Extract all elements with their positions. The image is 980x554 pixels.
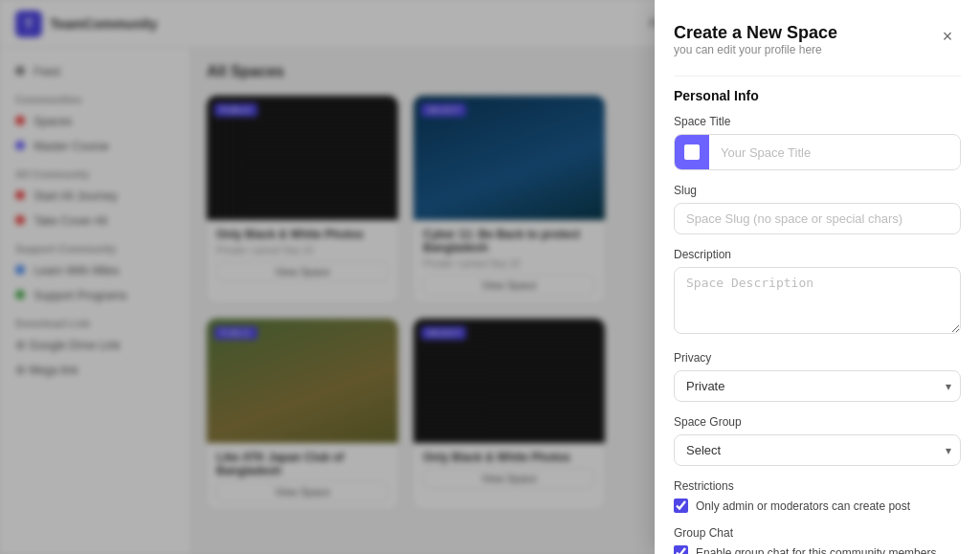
modal-close-button[interactable]: × [934,23,961,50]
slug-group: Slug [674,184,961,234]
group-chat-checkbox-label: Enable group chat for this community mem… [696,546,936,555]
restrictions-group: Restrictions Only admin or moderators ca… [674,479,961,513]
description-textarea[interactable] [674,267,961,334]
modal-header: Create a New Space you can edit your pro… [674,23,961,72]
restrictions-label: Restrictions [674,479,961,493]
restriction-checkbox-label: Only admin or moderators can create post [696,499,910,513]
group-chat-label: Group Chat [674,526,961,540]
restriction-checkbox-row: Only admin or moderators can create post [674,499,961,513]
personal-info-heading: Personal Info [674,88,961,103]
modal-panel: Create a New Space you can edit your pro… [655,0,980,554]
group-chat-checkbox[interactable] [674,545,688,554]
space-group-group: Space Group Select ▾ [674,415,961,466]
space-title-label: Space Title [674,115,961,128]
space-title-input[interactable] [709,138,960,167]
group-chat-checkbox-row: Enable group chat for this community mem… [674,545,961,554]
space-group-select[interactable]: Select [674,434,961,466]
description-label: Description [674,248,961,261]
space-title-group: Space Title [674,115,961,170]
privacy-label: Privacy [674,351,961,365]
privacy-group: Privacy Private Public ▾ [674,351,961,402]
modal-title: Create a New Space [674,23,837,43]
space-title-icon [675,135,709,169]
divider [674,76,961,77]
space-group-label: Space Group [674,415,961,429]
privacy-select-wrapper: Private Public ▾ [674,370,961,402]
modal-subtitle: you can edit your profile here [674,43,837,56]
group-chat-group: Group Chat Enable group chat for this co… [674,526,961,554]
space-group-select-wrapper: Select ▾ [674,434,961,466]
restriction-checkbox[interactable] [674,499,688,513]
slug-input[interactable] [674,203,961,234]
description-group: Description [674,248,961,338]
color-swatch [684,144,700,160]
slug-label: Slug [674,184,961,197]
privacy-select[interactable]: Private Public [674,370,961,402]
space-title-input-wrapper [674,134,961,170]
